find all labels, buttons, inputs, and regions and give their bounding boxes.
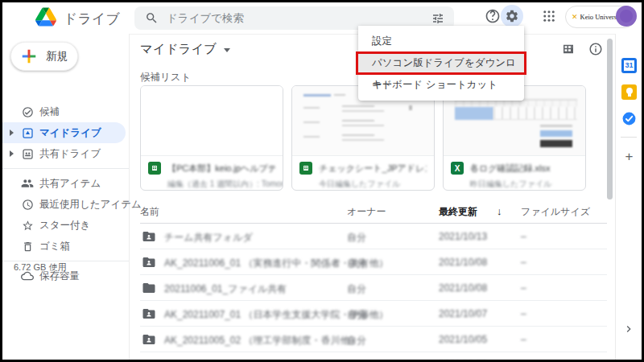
clock-icon xyxy=(21,198,34,211)
chevron-down-icon xyxy=(224,48,230,52)
plus-multicolor-icon xyxy=(20,47,38,65)
check-circle-icon xyxy=(21,105,34,118)
sidebar-item-starred[interactable]: スター付き xyxy=(2,215,129,236)
file-table: チーム共有フォルダ 自分 2021/10/13 – AK_20211006_01… xyxy=(140,224,607,362)
app-title: ドライブ xyxy=(64,10,120,28)
shared-drive-icon xyxy=(21,147,34,160)
column-header-size[interactable]: ファイルサイズ xyxy=(521,205,590,219)
keio-logo-icon: ✕ xyxy=(572,13,578,21)
file-card[interactable]: チェックシート_JPアドレスレビ… 今日編集したファイル xyxy=(291,85,435,191)
expand-arrow-icon[interactable] xyxy=(10,150,14,157)
trash-icon xyxy=(21,240,34,253)
new-button-label: 新規 xyxy=(46,49,68,64)
sidebar-item-trash[interactable]: ゴミ箱 xyxy=(2,236,129,257)
suggested-cards: 【PC本部】keio.jpヘルプデスク… 編集（過去 1 週間以内）: Tomo… xyxy=(140,85,586,191)
suggested-section-title: 候補リスト xyxy=(140,71,191,84)
chevron-right-icon[interactable] xyxy=(622,323,635,339)
sidebar-divider xyxy=(2,168,129,169)
scrollbar[interactable] xyxy=(607,39,613,200)
sidebar-item-priority[interactable]: 候補 xyxy=(2,101,129,122)
shared-folder-icon xyxy=(142,255,156,273)
sidebar: 新規 候補 マイドライブ 共有ドライブ 共有アイテム xyxy=(2,34,130,360)
menu-item-download-drive-desktop[interactable]: パソコン版ドライブをダウンロード xyxy=(358,52,524,74)
shared-folder-icon xyxy=(142,306,156,324)
table-row[interactable]: AK_20211005_02 （理工学部制度・香川他） 自分 2021/10/0… xyxy=(140,327,607,352)
shared-folder-icon xyxy=(142,229,156,247)
side-apps-panel: + xyxy=(615,34,642,360)
sidebar-item-my-drive[interactable]: マイドライブ xyxy=(2,122,126,143)
calendar-icon[interactable] xyxy=(621,58,637,73)
sheets-icon xyxy=(299,162,312,175)
storage-used-label: 6.72 GB 使用 xyxy=(14,261,66,274)
sidebar-item-shared-with-me[interactable]: 共有アイテム xyxy=(2,173,129,194)
top-bar: ドライブ ✕ Keio University xyxy=(2,2,642,34)
google-drive-window: ドライブ ✕ Keio University 設定 パソコン版ドライブをダウンロ… xyxy=(0,0,644,362)
shared-folder-icon xyxy=(142,332,156,350)
folder-icon xyxy=(142,281,156,298)
table-header: 名前 オーナー 最終更新 ↓ ファイルサイズ xyxy=(140,200,607,224)
google-apps-icon[interactable] xyxy=(539,6,559,27)
file-thumbnail xyxy=(141,86,283,156)
file-card[interactable]: 【PC本部】keio.jpヘルプデスク… 編集（過去 1 週間以内）: Tomo… xyxy=(140,85,283,191)
table-row[interactable]: AK_20211005_01 （学生保証等・八木他） 自分 2021/10/05… xyxy=(140,352,607,362)
sidebar-item-shared-drives[interactable]: 共有ドライブ xyxy=(2,143,129,164)
column-header-modified[interactable]: 最終更新 xyxy=(439,205,477,219)
file-card[interactable]: X 各ログ確認記録.xlsx 昨日編集したファイル xyxy=(443,85,586,191)
table-row[interactable]: チーム共有フォルダ 自分 2021/10/13 – xyxy=(140,224,607,249)
search-icon[interactable] xyxy=(145,11,159,25)
sidebar-nav: 候補 マイドライブ 共有ドライブ 共有アイテム 最近使用したアイテム xyxy=(2,101,129,286)
column-header-owner[interactable]: オーナー xyxy=(347,205,386,219)
breadcrumb-label: マイドライブ xyxy=(140,41,217,58)
menu-item-keyboard-shortcuts[interactable]: キーボード ショートカット xyxy=(358,74,524,96)
shared-folder-icon xyxy=(142,358,156,362)
info-button[interactable] xyxy=(586,39,605,59)
star-icon xyxy=(21,219,34,232)
excel-icon: X xyxy=(451,162,464,175)
settings-button[interactable] xyxy=(501,5,523,27)
people-icon xyxy=(21,177,34,190)
tasks-icon[interactable] xyxy=(621,111,637,126)
add-panel-app-button[interactable]: + xyxy=(621,149,637,164)
new-button[interactable]: 新規 xyxy=(10,42,78,71)
panel-divider xyxy=(621,137,637,138)
table-row[interactable]: 20211006_01_ファイル共有 自分 2021/10/08 – xyxy=(140,275,607,301)
grid-view-button[interactable] xyxy=(559,39,578,59)
keep-icon[interactable] xyxy=(621,84,637,100)
search-options-icon[interactable] xyxy=(431,12,444,25)
settings-menu: 設定 パソコン版ドライブをダウンロード キーボード ショートカット xyxy=(358,26,524,101)
menu-item-settings[interactable]: 設定 xyxy=(358,31,524,52)
account-avatar[interactable] xyxy=(616,6,637,27)
my-drive-icon xyxy=(21,126,34,139)
table-row[interactable]: AK_20211007_01 （日本学生支援大学院・伊藤他） 自分 2021/1… xyxy=(140,301,607,327)
column-header-name[interactable]: 名前 xyxy=(140,205,159,219)
table-row[interactable]: AK_20211006_01 （実務進行中・関係者・共有他） 自分 2021/1… xyxy=(140,249,607,275)
sidebar-item-recent[interactable]: 最近使用したアイテム xyxy=(2,194,129,215)
sheets-icon xyxy=(148,162,161,175)
expand-arrow-icon[interactable] xyxy=(10,130,14,136)
breadcrumb[interactable]: マイドライブ xyxy=(140,41,230,58)
sort-arrow-icon[interactable]: ↓ xyxy=(497,205,502,217)
drive-logo-icon[interactable] xyxy=(35,7,56,27)
search-input[interactable] xyxy=(167,12,431,24)
